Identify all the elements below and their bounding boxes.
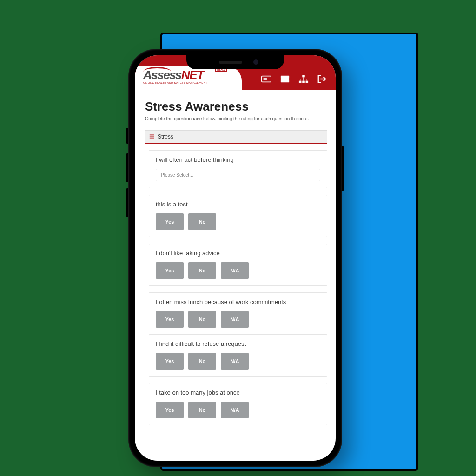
- section-label: Stress: [158, 133, 173, 140]
- svg-rect-4: [302, 75, 305, 78]
- logout-icon[interactable]: [317, 74, 327, 86]
- svg-rect-2: [281, 76, 289, 79]
- question-text: this is a test: [156, 201, 320, 208]
- question-block: I don't like taking advice Yes No N/A: [149, 244, 327, 286]
- option-yes-button[interactable]: Yes: [156, 353, 184, 370]
- svg-rect-7: [306, 81, 309, 83]
- option-yes-button[interactable]: Yes: [156, 311, 184, 328]
- phone-side-button: [126, 128, 128, 144]
- svg-rect-1: [264, 78, 267, 80]
- phone-side-button: [126, 188, 128, 217]
- option-no-button[interactable]: No: [188, 311, 216, 328]
- svg-rect-3: [281, 79, 289, 82]
- answer-options: Yes No: [156, 213, 320, 230]
- option-no-button[interactable]: No: [188, 353, 216, 370]
- question-block: this is a test Yes No: [149, 195, 327, 237]
- option-na-button[interactable]: N/A: [221, 353, 249, 370]
- phone-side-button: [342, 146, 344, 191]
- question-text: I find it difficult to refuse a request: [156, 340, 320, 347]
- question-text: I don't like taking advice: [156, 250, 320, 257]
- stack-icon[interactable]: [280, 74, 290, 86]
- brand-wordmark: AssessNET: [143, 69, 237, 81]
- page-subtitle: Complete the questionnaire below, circli…: [145, 116, 327, 122]
- answer-options: Yes No N/A: [156, 402, 320, 418]
- card-icon[interactable]: [261, 74, 271, 86]
- svg-rect-5: [299, 81, 302, 83]
- question-block: I often miss lunch because of work commi…: [149, 292, 327, 335]
- option-na-button[interactable]: N/A: [221, 311, 249, 328]
- question-text: I take on too many jobs at once: [156, 389, 320, 396]
- menu-icon: ☰: [149, 134, 155, 140]
- option-na-button[interactable]: N/A: [221, 402, 249, 418]
- page-title: Stress Awareness: [145, 99, 327, 114]
- option-na-button[interactable]: N/A: [221, 262, 249, 279]
- phone-frame: RISKEX AssessNET ONLINE HEALTH AND SAFET…: [128, 49, 342, 467]
- section-header[interactable]: ☰ Stress: [145, 130, 327, 144]
- phone-side-button: [126, 153, 128, 182]
- question-text: I will often act before thinking: [156, 156, 320, 163]
- question-block: I take on too many jobs at once Yes No N…: [149, 383, 327, 425]
- sitemap-icon[interactable]: [298, 74, 309, 86]
- option-yes-button[interactable]: Yes: [156, 213, 184, 230]
- option-yes-button[interactable]: Yes: [156, 402, 184, 418]
- question-block: I will often act before thinking Please …: [149, 150, 327, 188]
- answer-options: Yes No N/A: [156, 353, 320, 370]
- option-no-button[interactable]: No: [188, 213, 216, 230]
- answer-options: Yes No N/A: [156, 311, 320, 328]
- option-no-button[interactable]: No: [188, 402, 216, 418]
- brand-name-part2: NET: [181, 68, 204, 82]
- question-block: I find it difficult to refuse a request …: [149, 335, 327, 377]
- header-icon-group: [261, 74, 327, 86]
- page-content: Stress Awareness Complete the questionna…: [135, 90, 336, 461]
- question-text: I often miss lunch because of work commi…: [156, 298, 320, 305]
- brand-logo: RISKEX AssessNET ONLINE HEALTH AND SAFET…: [135, 66, 242, 90]
- brand-name-part1: Assess: [143, 68, 181, 82]
- option-no-button[interactable]: No: [188, 262, 216, 279]
- answer-options: Yes No N/A: [156, 262, 320, 279]
- phone-screen: RISKEX AssessNET ONLINE HEALTH AND SAFET…: [135, 55, 336, 461]
- svg-rect-6: [302, 81, 305, 83]
- phone-notch: [186, 55, 284, 69]
- option-yes-button[interactable]: Yes: [156, 262, 184, 279]
- answer-select[interactable]: Please Select...: [156, 169, 320, 181]
